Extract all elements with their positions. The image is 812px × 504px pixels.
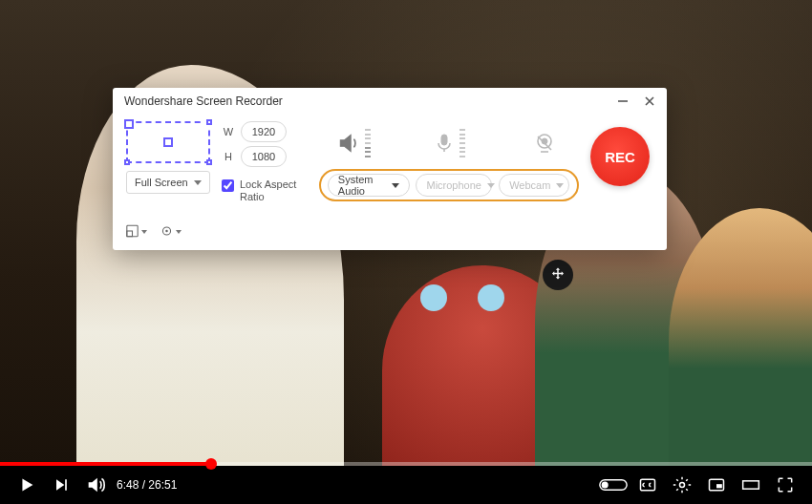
minimize-button[interactable]	[615, 94, 630, 109]
layout-tool[interactable]	[126, 221, 147, 241]
settings-button[interactable]	[665, 468, 699, 502]
capture-region-box[interactable]: +	[126, 121, 210, 163]
player-controls: 6:48 / 26:51	[0, 466, 812, 504]
vu-meter	[365, 129, 371, 158]
miniplayer-button[interactable]	[699, 468, 734, 502]
chevron-down-icon	[392, 183, 399, 188]
microphone-icon[interactable]	[426, 123, 472, 163]
microphone-select[interactable]: Microphone	[416, 174, 492, 197]
close-button[interactable]	[642, 94, 657, 109]
height-label: H	[222, 151, 235, 162]
fullscreen-button[interactable]	[768, 468, 802, 502]
svg-rect-8	[602, 481, 609, 488]
window-controls	[615, 94, 657, 109]
record-button[interactable]: REC	[590, 127, 650, 186]
webcam-icon[interactable]	[522, 123, 567, 163]
time-display: 6:48 / 26:51	[117, 478, 177, 492]
next-button[interactable]	[44, 468, 78, 502]
autoplay-toggle[interactable]	[596, 468, 630, 502]
lock-aspect-checkbox[interactable]	[222, 179, 234, 192]
source-icon-row	[316, 121, 581, 169]
capture-mode-select[interactable]: Full Screen	[126, 171, 210, 194]
width-label: W	[222, 126, 235, 137]
captions-button[interactable]	[630, 468, 665, 502]
recorder-panel: Wondershare Screen Recorder + Full Scree…	[113, 88, 667, 250]
lock-aspect-label: Lock Aspect Ratio	[240, 178, 307, 203]
svg-rect-13	[743, 481, 759, 489]
settings-tool[interactable]	[160, 221, 182, 241]
volume-button[interactable]	[78, 468, 113, 502]
source-pill-group: System Audio Microphone Webcam	[319, 169, 579, 201]
svg-rect-0	[441, 135, 447, 145]
move-handle-icon[interactable]	[543, 260, 573, 290]
chevron-down-icon	[556, 183, 564, 188]
window-title: Wondershare Screen Recorder	[124, 94, 283, 108]
titlebar: Wondershare Screen Recorder	[113, 88, 667, 114]
chevron-down-icon	[487, 183, 495, 188]
system-audio-icon[interactable]	[331, 123, 376, 163]
webcam-select[interactable]: Webcam	[499, 174, 569, 197]
chevron-down-icon	[176, 230, 182, 234]
width-input[interactable]: 1920	[241, 121, 287, 142]
capture-mode-label: Full Screen	[135, 177, 188, 188]
plus-icon: +	[163, 133, 174, 153]
svg-rect-4	[127, 231, 133, 237]
system-audio-select[interactable]: System Audio	[328, 174, 410, 197]
chevron-down-icon	[141, 230, 147, 234]
height-input[interactable]: 1080	[241, 146, 287, 167]
svg-point-6	[165, 230, 167, 232]
chevron-down-icon	[194, 180, 202, 185]
theater-button[interactable]	[734, 468, 768, 502]
play-button[interactable]	[10, 468, 44, 502]
vu-meter	[459, 129, 465, 158]
svg-point-10	[680, 483, 685, 488]
svg-rect-12	[716, 484, 722, 488]
